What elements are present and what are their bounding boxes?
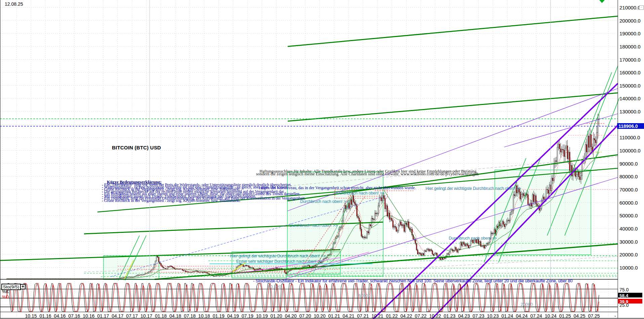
price-tick-label: 20000.0 bbox=[619, 252, 638, 257]
floating-text: 60000 bbox=[358, 293, 370, 298]
price-tick-label: 110000.0 bbox=[619, 135, 640, 140]
trend-line bbox=[155, 244, 618, 279]
date-tick-label: 04.19 bbox=[227, 313, 239, 319]
date-tick-label: 04.23 bbox=[458, 313, 470, 319]
date-tick-label: 04.25 bbox=[574, 313, 586, 319]
price-tick-label: 130000.0 bbox=[619, 109, 641, 114]
price-tick-label: 170000.0 bbox=[619, 57, 641, 63]
date-tick-label: 01.21 bbox=[328, 313, 340, 319]
breakout-annotation: Hier gelingt der wichtigste Durchbruch n… bbox=[426, 186, 521, 191]
chart-date-stamp: 12.08.25 bbox=[5, 1, 23, 7]
osc-upper-level-label: 75.0 bbox=[619, 287, 629, 292]
date-tick-label: 10.19 bbox=[256, 313, 268, 319]
floating-text: zeigen das Kursniveau, das in der Vergan… bbox=[259, 185, 416, 190]
trend-line bbox=[565, 98, 619, 236]
date-tick-label: 10.21 bbox=[371, 313, 383, 319]
date-tick-label: 04.20 bbox=[285, 313, 297, 319]
date-tick-label: 01.16 bbox=[39, 313, 51, 319]
date-tick-label: 07.16 bbox=[68, 313, 80, 319]
disclaimer-line: sondern die zeigen lediglich meine Einsc… bbox=[256, 173, 479, 176]
osc-lower-level-label: 25.0 bbox=[619, 303, 629, 308]
breakout-annotation: Durchbruch nach oben! >> bbox=[300, 199, 348, 204]
chart-canvas[interactable] bbox=[0, 0, 644, 319]
date-tick-label: 01.18 bbox=[155, 313, 167, 319]
date-tick-label: 07.21 bbox=[357, 313, 369, 319]
breakout-annotation: Hier gelingt der wichtigste Durchbruch n… bbox=[230, 254, 325, 258]
date-tick-label: 04.17 bbox=[112, 313, 123, 319]
breakout-annotation: Durchbruch nach oben! >> bbox=[289, 223, 337, 228]
date-tick-label: 04.22 bbox=[400, 313, 412, 319]
breakout-annotation: Erster sehr wichtiger Durchbruch nach ob… bbox=[236, 259, 322, 264]
date-tick-label: 01.24 bbox=[501, 313, 513, 319]
price-tick-label: 140000.0 bbox=[619, 96, 641, 101]
current-price-badge: 118906.0 bbox=[617, 123, 644, 129]
date-tick-label: 10.17 bbox=[140, 313, 152, 319]
breakout-annotation: Durchbruch nach oben! >> bbox=[449, 236, 497, 241]
floating-text: 80.420 bbox=[268, 284, 281, 289]
price-tick-label: 40000.0 bbox=[619, 226, 638, 232]
trend-line bbox=[288, 16, 618, 46]
date-tick-label: 01.20 bbox=[271, 313, 282, 319]
breakout-annotation: Durchbruch nach oben! >> bbox=[336, 191, 385, 196]
symbol-title: BITCOIN (BTC) USD bbox=[112, 145, 161, 150]
date-tick-label: 07.18 bbox=[184, 313, 196, 319]
stochastic-k-line bbox=[7, 283, 599, 312]
floating-text: 20000 bbox=[521, 302, 533, 307]
price-tick-label: 90000.0 bbox=[619, 161, 638, 167]
date-axis-end-label: - bbox=[614, 313, 616, 319]
date-tick-label: 07.25 bbox=[588, 313, 600, 319]
price-tick-label: 60000.0 bbox=[619, 200, 638, 206]
price-tick-label: 50000.0 bbox=[619, 213, 638, 218]
date-tick-label: 07.23 bbox=[473, 313, 484, 319]
date-tick-label: 01.19 bbox=[213, 313, 225, 319]
date-tick-label: 07.24 bbox=[530, 313, 542, 319]
date-tick-label: 07.20 bbox=[299, 313, 311, 319]
date-tick-label: 07.19 bbox=[242, 313, 253, 319]
date-tick-label: 10.15 bbox=[25, 313, 37, 319]
stochastic-d-label: %D bbox=[2, 294, 9, 299]
oscillator-description: - Stochastik-Oszillator - Ein Indikator … bbox=[253, 278, 572, 283]
trading-chart-app: 12.08.25 BITCOIN (BTC) USD Kürze Bedeutu… bbox=[0, 0, 644, 319]
price-tick-label: 70000.0 bbox=[619, 187, 638, 192]
green-marker-triangle bbox=[599, 0, 605, 3]
date-tick-label: 01.17 bbox=[97, 313, 109, 319]
date-tick-label: 04.16 bbox=[54, 313, 66, 319]
krypto-sommer-box bbox=[495, 170, 591, 255]
osc-k-value-badge: 58.4 bbox=[618, 293, 642, 297]
date-tick-label: 10.20 bbox=[314, 313, 325, 319]
explanation-line: - Grüne Rechteck in der Vergangenheit - … bbox=[102, 198, 240, 203]
price-tick-label: 10000.0 bbox=[619, 265, 638, 271]
date-tick-label: 10.16 bbox=[83, 313, 94, 319]
date-tick-label: 04.18 bbox=[169, 313, 181, 319]
price-tick-label: 150000.0 bbox=[619, 83, 641, 88]
price-tick-label: 80000.0 bbox=[619, 174, 638, 179]
date-tick-label: 07.22 bbox=[415, 313, 427, 319]
date-tick-label: 10.18 bbox=[198, 313, 210, 319]
date-tick-label: 01.22 bbox=[386, 313, 398, 319]
price-tick-label: 160000.0 bbox=[619, 70, 641, 75]
price-tick-label: 200000.0 bbox=[619, 18, 641, 24]
date-tick-label: 04.24 bbox=[516, 313, 528, 319]
date-tick-label: 10.24 bbox=[545, 313, 557, 319]
date-tick-label: 07.17 bbox=[126, 313, 138, 319]
price-tick-label: 180000.0 bbox=[619, 44, 641, 49]
stochastic-k-label: %K bbox=[2, 289, 9, 294]
date-tick-label: 10.23 bbox=[487, 313, 499, 319]
price-tick-label: 30000.0 bbox=[619, 239, 638, 245]
add-indicator-icon[interactable]: + bbox=[20, 284, 26, 289]
date-tick-label: 01.25 bbox=[559, 313, 571, 319]
date-tick-label: 10.22 bbox=[429, 313, 441, 319]
price-tick-label: 210000.0 bbox=[619, 5, 641, 10]
collapse-axis-icon[interactable]: − bbox=[639, 5, 644, 10]
date-tick-label: 01.23 bbox=[444, 313, 455, 319]
date-tick-label: 04.21 bbox=[343, 313, 354, 319]
price-tick-label: 100000.0 bbox=[619, 148, 641, 153]
price-tick-label: 190000.0 bbox=[619, 31, 641, 36]
